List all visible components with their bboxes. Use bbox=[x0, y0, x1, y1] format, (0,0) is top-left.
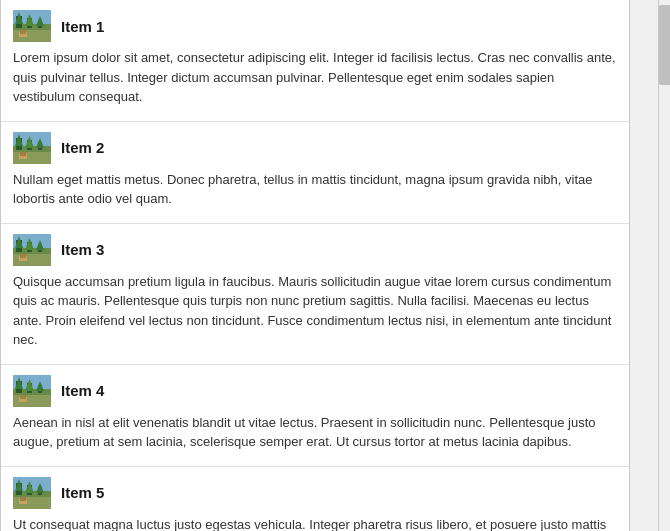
svg-rect-34 bbox=[13, 393, 51, 407]
item-header: Item 4 bbox=[13, 375, 617, 407]
item-header: Item 5 bbox=[13, 477, 617, 509]
svg-rect-45 bbox=[13, 495, 51, 509]
svg-rect-23 bbox=[13, 252, 51, 266]
list-item: Item 3Quisque accumsan pretium ligula in… bbox=[1, 224, 629, 365]
item-thumbnail bbox=[13, 234, 51, 266]
svg-rect-10 bbox=[20, 30, 26, 34]
svg-rect-12 bbox=[13, 150, 51, 164]
list-container: Item 1Lorem ipsum dolor sit amet, consec… bbox=[0, 0, 630, 531]
item-title: Item 4 bbox=[61, 382, 104, 399]
list-item: Item 4Aenean in nisl at elit venenatis b… bbox=[1, 365, 629, 467]
item-text: Quisque accumsan pretium ligula in fauci… bbox=[13, 272, 617, 350]
item-header: Item 1 bbox=[13, 10, 617, 42]
svg-rect-54 bbox=[20, 497, 26, 501]
item-title: Item 2 bbox=[61, 139, 104, 156]
item-header: Item 3 bbox=[13, 234, 617, 266]
scrollbar-track[interactable] bbox=[658, 0, 670, 531]
item-title: Item 3 bbox=[61, 241, 104, 258]
list-item: Item 5Ut consequat magna luctus justo eg… bbox=[1, 467, 629, 532]
list-item: Item 2Nullam eget mattis metus. Donec ph… bbox=[1, 122, 629, 224]
item-text: Ut consequat magna luctus justo egestas … bbox=[13, 515, 617, 532]
item-text: Nullam eget mattis metus. Donec pharetra… bbox=[13, 170, 617, 209]
item-title: Item 1 bbox=[61, 18, 104, 35]
item-header: Item 2 bbox=[13, 132, 617, 164]
item-title: Item 5 bbox=[61, 484, 104, 501]
page-wrapper: Item 1Lorem ipsum dolor sit amet, consec… bbox=[0, 0, 670, 531]
svg-rect-21 bbox=[20, 152, 26, 156]
item-text: Lorem ipsum dolor sit amet, consectetur … bbox=[13, 48, 617, 107]
list-item: Item 1Lorem ipsum dolor sit amet, consec… bbox=[1, 0, 629, 122]
item-thumbnail bbox=[13, 132, 51, 164]
scrollbar-thumb[interactable] bbox=[659, 5, 670, 85]
item-thumbnail bbox=[13, 477, 51, 509]
svg-rect-43 bbox=[20, 395, 26, 399]
svg-rect-1 bbox=[13, 28, 51, 42]
item-thumbnail bbox=[13, 10, 51, 42]
item-thumbnail bbox=[13, 375, 51, 407]
svg-rect-32 bbox=[20, 254, 26, 258]
item-text: Aenean in nisl at elit venenatis blandit… bbox=[13, 413, 617, 452]
